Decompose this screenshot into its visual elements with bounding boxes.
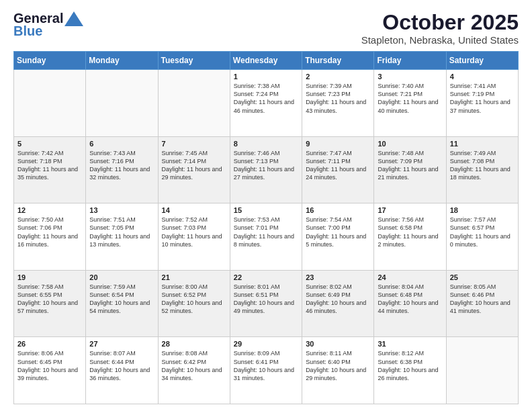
title-section: October 2025 Stapleton, Nebraska, United…	[361, 11, 519, 46]
day-info: Sunrise: 7:56 AM Sunset: 6:58 PM Dayligh…	[378, 216, 442, 248]
day-number: 11	[450, 140, 515, 148]
day-number: 24	[378, 273, 442, 281]
day-info: Sunrise: 7:46 AM Sunset: 7:13 PM Dayligh…	[234, 149, 298, 182]
day-number: 16	[306, 206, 370, 214]
day-info: Sunrise: 7:51 AM Sunset: 7:05 PM Dayligh…	[89, 216, 154, 248]
day-info: Sunrise: 8:04 AM Sunset: 6:48 PM Dayligh…	[378, 283, 442, 316]
day-info: Sunrise: 7:47 AM Sunset: 7:11 PM Dayligh…	[306, 149, 370, 182]
calendar-cell: 28Sunrise: 8:08 AM Sunset: 6:42 PM Dayli…	[158, 337, 230, 404]
weekday-header-saturday: Saturday	[446, 52, 518, 70]
logo: General Blue	[13, 11, 83, 39]
calendar-cell: 27Sunrise: 8:07 AM Sunset: 6:44 PM Dayli…	[86, 337, 158, 404]
day-info: Sunrise: 8:05 AM Sunset: 6:46 PM Dayligh…	[450, 283, 515, 316]
calendar-cell: 2Sunrise: 7:39 AM Sunset: 7:23 PM Daylig…	[302, 70, 374, 137]
day-info: Sunrise: 8:01 AM Sunset: 6:51 PM Dayligh…	[234, 283, 298, 316]
calendar-cell: 7Sunrise: 7:45 AM Sunset: 7:14 PM Daylig…	[158, 136, 230, 203]
calendar-cell: 18Sunrise: 7:57 AM Sunset: 6:57 PM Dayli…	[446, 203, 518, 271]
weekday-header-sunday: Sunday	[14, 52, 86, 70]
day-number: 25	[450, 273, 515, 281]
svg-marker-0	[64, 11, 83, 26]
day-number: 28	[162, 340, 226, 348]
day-info: Sunrise: 8:06 AM Sunset: 6:45 PM Dayligh…	[17, 349, 82, 382]
calendar-subtitle: Stapleton, Nebraska, United States	[361, 34, 519, 46]
day-number: 26	[17, 340, 82, 348]
day-number: 4	[450, 73, 515, 81]
day-info: Sunrise: 7:48 AM Sunset: 7:09 PM Dayligh…	[378, 149, 442, 182]
day-number: 14	[162, 206, 226, 214]
day-info: Sunrise: 7:42 AM Sunset: 7:18 PM Dayligh…	[17, 149, 82, 182]
calendar-cell: 17Sunrise: 7:56 AM Sunset: 6:58 PM Dayli…	[374, 203, 446, 271]
weekday-header-tuesday: Tuesday	[158, 52, 230, 70]
day-info: Sunrise: 7:43 AM Sunset: 7:16 PM Dayligh…	[89, 149, 154, 182]
calendar-cell: 19Sunrise: 7:58 AM Sunset: 6:55 PM Dayli…	[14, 270, 86, 337]
day-info: Sunrise: 7:59 AM Sunset: 6:54 PM Dayligh…	[89, 283, 154, 316]
calendar-title: October 2025	[361, 11, 519, 34]
day-info: Sunrise: 8:02 AM Sunset: 6:49 PM Dayligh…	[306, 283, 370, 316]
calendar-cell: 4Sunrise: 7:41 AM Sunset: 7:19 PM Daylig…	[446, 70, 518, 137]
day-info: Sunrise: 8:08 AM Sunset: 6:42 PM Dayligh…	[162, 349, 226, 382]
calendar-cell: 22Sunrise: 8:01 AM Sunset: 6:51 PM Dayli…	[230, 270, 302, 337]
day-number: 7	[162, 140, 226, 148]
day-number: 6	[89, 140, 154, 148]
page: General Blue October 2025 Stapleton, Neb…	[0, 0, 532, 411]
calendar-table: SundayMondayTuesdayWednesdayThursdayFrid…	[13, 51, 519, 404]
calendar-cell	[446, 337, 518, 404]
day-info: Sunrise: 8:07 AM Sunset: 6:44 PM Dayligh…	[89, 349, 154, 382]
day-number: 8	[234, 140, 298, 148]
weekday-header-friday: Friday	[374, 52, 446, 70]
calendar-cell: 31Sunrise: 8:12 AM Sunset: 6:38 PM Dayli…	[374, 337, 446, 404]
calendar-cell: 3Sunrise: 7:40 AM Sunset: 7:21 PM Daylig…	[374, 70, 446, 137]
calendar-cell: 11Sunrise: 7:49 AM Sunset: 7:08 PM Dayli…	[446, 136, 518, 203]
calendar-cell: 21Sunrise: 8:00 AM Sunset: 6:52 PM Dayli…	[158, 270, 230, 337]
day-number: 19	[17, 273, 82, 281]
day-number: 5	[17, 140, 82, 148]
day-info: Sunrise: 8:00 AM Sunset: 6:52 PM Dayligh…	[162, 283, 226, 316]
day-number: 22	[234, 273, 298, 281]
day-info: Sunrise: 8:11 AM Sunset: 6:40 PM Dayligh…	[306, 349, 370, 382]
day-number: 13	[89, 206, 154, 214]
weekday-header-wednesday: Wednesday	[230, 52, 302, 70]
calendar-cell: 24Sunrise: 8:04 AM Sunset: 6:48 PM Dayli…	[374, 270, 446, 337]
calendar-cell: 6Sunrise: 7:43 AM Sunset: 7:16 PM Daylig…	[86, 136, 158, 203]
day-info: Sunrise: 7:41 AM Sunset: 7:19 PM Dayligh…	[450, 82, 515, 115]
logo-blue: Blue	[13, 24, 42, 39]
calendar-cell: 10Sunrise: 7:48 AM Sunset: 7:09 PM Dayli…	[374, 136, 446, 203]
calendar-cell	[86, 70, 158, 137]
calendar-cell: 13Sunrise: 7:51 AM Sunset: 7:05 PM Dayli…	[86, 203, 158, 271]
day-number: 23	[306, 273, 370, 281]
calendar-cell: 16Sunrise: 7:54 AM Sunset: 7:00 PM Dayli…	[302, 203, 374, 271]
day-info: Sunrise: 7:49 AM Sunset: 7:08 PM Dayligh…	[450, 149, 515, 182]
day-number: 2	[306, 73, 370, 81]
day-number: 18	[450, 206, 515, 214]
calendar-cell: 29Sunrise: 8:09 AM Sunset: 6:41 PM Dayli…	[230, 337, 302, 404]
calendar-cell: 15Sunrise: 7:53 AM Sunset: 7:01 PM Dayli…	[230, 203, 302, 271]
day-info: Sunrise: 8:12 AM Sunset: 6:38 PM Dayligh…	[378, 349, 442, 382]
calendar-cell: 8Sunrise: 7:46 AM Sunset: 7:13 PM Daylig…	[230, 136, 302, 203]
calendar-cell: 30Sunrise: 8:11 AM Sunset: 6:40 PM Dayli…	[302, 337, 374, 404]
day-number: 31	[378, 340, 442, 348]
day-number: 17	[378, 206, 442, 214]
day-number: 15	[234, 206, 298, 214]
day-info: Sunrise: 8:09 AM Sunset: 6:41 PM Dayligh…	[234, 349, 298, 382]
day-info: Sunrise: 7:58 AM Sunset: 6:55 PM Dayligh…	[17, 283, 82, 316]
logo-icon	[64, 11, 83, 26]
day-number: 3	[378, 73, 442, 81]
weekday-header-thursday: Thursday	[302, 52, 374, 70]
day-number: 21	[162, 273, 226, 281]
calendar-cell	[14, 70, 86, 137]
day-number: 1	[234, 73, 298, 81]
calendar-cell: 25Sunrise: 8:05 AM Sunset: 6:46 PM Dayli…	[446, 270, 518, 337]
calendar-cell: 23Sunrise: 8:02 AM Sunset: 6:49 PM Dayli…	[302, 270, 374, 337]
calendar-cell: 14Sunrise: 7:52 AM Sunset: 7:03 PM Dayli…	[158, 203, 230, 271]
day-info: Sunrise: 7:54 AM Sunset: 7:00 PM Dayligh…	[306, 216, 370, 248]
day-number: 20	[89, 273, 154, 281]
calendar-cell: 12Sunrise: 7:50 AM Sunset: 7:06 PM Dayli…	[14, 203, 86, 271]
day-info: Sunrise: 7:50 AM Sunset: 7:06 PM Dayligh…	[17, 216, 82, 248]
calendar-cell: 9Sunrise: 7:47 AM Sunset: 7:11 PM Daylig…	[302, 136, 374, 203]
calendar-cell: 5Sunrise: 7:42 AM Sunset: 7:18 PM Daylig…	[14, 136, 86, 203]
day-number: 12	[17, 206, 82, 214]
calendar-cell: 26Sunrise: 8:06 AM Sunset: 6:45 PM Dayli…	[14, 337, 86, 404]
weekday-header-monday: Monday	[86, 52, 158, 70]
day-info: Sunrise: 7:45 AM Sunset: 7:14 PM Dayligh…	[162, 149, 226, 182]
day-number: 29	[234, 340, 298, 348]
